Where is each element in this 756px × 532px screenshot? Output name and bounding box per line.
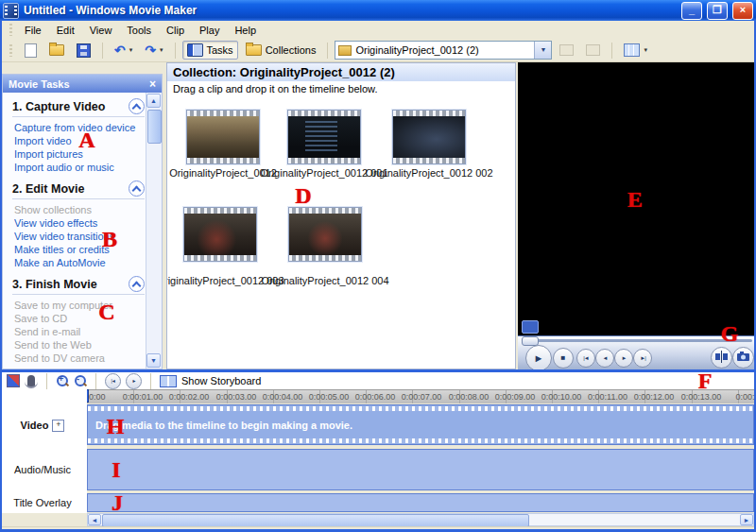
timeline-scrollbar[interactable]: ◄ ►: [87, 513, 754, 526]
menu-view[interactable]: View: [82, 23, 120, 38]
menu-play[interactable]: Play: [192, 23, 227, 38]
play-button[interactable]: ►: [525, 345, 552, 371]
link-view-video-effects[interactable]: View video effects: [14, 217, 146, 230]
expand-video-track-icon[interactable]: +: [52, 420, 64, 432]
ruler-label: 0:00:02.00: [166, 392, 212, 402]
section-header: 3. Finish Movie: [12, 276, 145, 295]
ruler-label: 0:00: [89, 392, 113, 402]
scroll-left-icon[interactable]: ◄: [88, 514, 101, 525]
zoom-in-icon[interactable]: +: [56, 374, 69, 387]
video-track[interactable]: Drag media to the timeline to begin maki…: [87, 404, 754, 445]
monitor-size-icon[interactable]: [522, 320, 539, 334]
up-one-level-button[interactable]: [555, 42, 578, 59]
title-overlay-track[interactable]: [87, 493, 754, 512]
collection-combobox-value: OriginalityProject_0012 (2): [355, 44, 530, 56]
combobox-dropdown-icon[interactable]: ▼: [534, 42, 551, 59]
clip-thumbnail-3[interactable]: [392, 110, 466, 164]
video-track-label-text: Video: [21, 420, 49, 431]
clip-thumbnail-4[interactable]: [183, 207, 257, 262]
annotation-letter-i: I: [112, 457, 120, 483]
film-sprocket-strip: [184, 255, 256, 261]
link-import-audio-or-music[interactable]: Import audio or music: [14, 162, 146, 174]
audio-levels-icon[interactable]: [7, 374, 20, 387]
link-view-video-transitions[interactable]: View video transitions: [14, 231, 146, 243]
collection-combobox[interactable]: OriginalityProject_0012 (2) ▼: [335, 41, 552, 60]
menu-clip[interactable]: Clip: [159, 23, 192, 38]
menu-edit[interactable]: Edit: [49, 23, 82, 38]
rewind-timeline-button[interactable]: |◄: [105, 373, 121, 389]
sidebar-scrollbar[interactable]: ▲ ▼: [146, 93, 162, 369]
toolbar-separator: [95, 373, 96, 389]
annotation-letter-e: E: [627, 187, 643, 213]
link-send-to-dv-camera: Send to DV camera: [14, 352, 146, 365]
previous-frame-button[interactable]: ◄: [595, 349, 614, 368]
annotation-letter-a: A: [78, 128, 94, 153]
scroll-down-icon[interactable]: ▼: [146, 353, 161, 368]
scrollbar-thumb[interactable]: [102, 514, 529, 527]
take-picture-button[interactable]: [732, 347, 754, 369]
ruler-label: 0:00:08.00: [446, 392, 491, 402]
clip-label: OriginalityProject_0012 002: [363, 167, 495, 179]
ruler-label: 0:00:10.00: [539, 392, 584, 402]
collapse-chevron-icon[interactable]: [129, 180, 145, 197]
open-project-button[interactable]: [44, 42, 69, 59]
collection-pane: Collection: OriginalityProject_0012 (2) …: [166, 62, 516, 369]
forward-button[interactable]: ►|: [633, 349, 652, 368]
close-button[interactable]: ×: [732, 2, 753, 20]
save-project-button[interactable]: [72, 41, 95, 60]
timeline-ruler[interactable]: 0:00 0:00:01.00 0:00:02.00 0:00:03.00 0:…: [87, 389, 754, 403]
scroll-up-icon[interactable]: ▲: [146, 94, 161, 108]
minimize-button[interactable]: _: [681, 2, 702, 20]
redo-icon: ↷: [145, 44, 156, 56]
tasks-button[interactable]: Tasks: [182, 41, 238, 60]
section-finish-movie: 3. Finish Movie Save to my computer Save…: [12, 276, 146, 365]
show-storyboard-button[interactable]: Show Storyboard: [181, 375, 261, 386]
collections-button[interactable]: Collections: [241, 42, 321, 59]
collections-folder-icon: [246, 44, 262, 56]
scrollbar-thumb[interactable]: [147, 110, 162, 144]
film-edge: [88, 438, 753, 443]
audio-music-track[interactable]: [87, 449, 754, 490]
menu-bar: File Edit View Tools Clip Play Help: [0, 21, 756, 39]
collapse-chevron-icon[interactable]: [129, 98, 145, 114]
link-make-an-automovie[interactable]: Make an AutoMovie: [14, 257, 146, 269]
redo-dropdown-icon: ▾: [160, 46, 163, 54]
ruler-label: 0:00:13.00: [679, 392, 724, 402]
stop-button[interactable]: ■: [553, 348, 574, 369]
split-clip-button[interactable]: [711, 347, 732, 369]
menu-file[interactable]: File: [17, 23, 49, 38]
new-project-button[interactable]: [20, 41, 42, 60]
clip-thumbnail-1[interactable]: [186, 110, 260, 164]
clip-properties-button[interactable]: [581, 42, 605, 59]
restore-button[interactable]: ❐: [707, 2, 728, 20]
section-title: 2. Edit Movie: [12, 182, 84, 196]
play-timeline-button[interactable]: ►: [126, 373, 142, 389]
link-make-titles-or-credits[interactable]: Make titles or credits: [14, 244, 146, 256]
timeline-hint-text: Drag media to the timeline to begin maki…: [95, 420, 352, 431]
back-button[interactable]: |◄: [576, 349, 595, 368]
menu-tools[interactable]: Tools: [119, 23, 159, 38]
undo-button[interactable]: ↶▾: [110, 42, 137, 59]
toolbar-separator: [327, 43, 328, 59]
menu-help[interactable]: Help: [227, 23, 264, 38]
annotation-letter-d: D: [295, 183, 311, 209]
next-frame-button[interactable]: ►: [614, 349, 633, 368]
undo-icon: ↶: [114, 44, 126, 56]
clip-thumbnail-2[interactable]: [287, 110, 361, 164]
ruler-label: 0:00:04.00: [260, 392, 305, 402]
link-save-to-my-computer: Save to my computer: [14, 300, 146, 312]
film-sprocket-strip: [187, 158, 259, 163]
views-button[interactable]: ▾: [619, 41, 652, 60]
redo-button[interactable]: ↷▾: [140, 42, 167, 59]
narrate-timeline-icon[interactable]: [27, 375, 35, 386]
zoom-out-icon[interactable]: -: [74, 374, 87, 387]
split-clip-icon: [713, 348, 730, 366]
seek-bar[interactable]: [522, 339, 752, 342]
ruler-label: 0:00:01.00: [120, 392, 165, 402]
window-title: Untitled - Windows Movie Maker: [24, 4, 677, 17]
clip-thumbnail-5[interactable]: [288, 207, 362, 262]
annotation-letter-f: F: [698, 369, 713, 394]
scroll-right-icon[interactable]: ►: [740, 514, 753, 525]
collapse-chevron-icon[interactable]: [129, 276, 145, 292]
close-pane-icon[interactable]: ×: [149, 77, 156, 91]
